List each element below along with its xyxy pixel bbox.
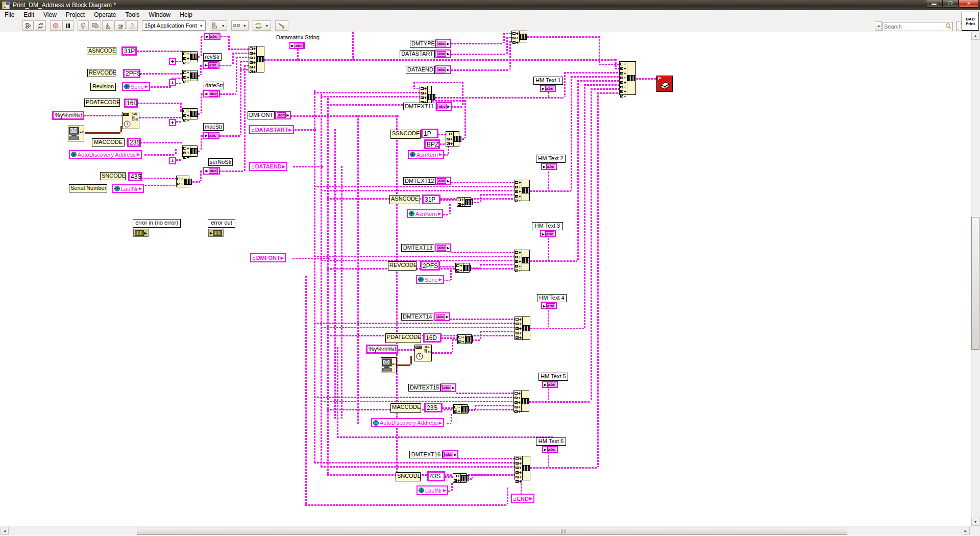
abort-button[interactable] xyxy=(50,20,61,31)
constant-16d[interactable]: 16D xyxy=(124,99,138,108)
local-variable-sernostr[interactable]: ▶abc xyxy=(203,167,220,175)
concatenate-strings-node-row13[interactable]: +++++ xyxy=(514,250,530,271)
menu-item-project[interactable]: Project xyxy=(61,11,89,19)
highlight-execution-button[interactable] xyxy=(78,20,89,31)
error-in-terminal[interactable]: ▶ xyxy=(133,229,149,237)
local-variable-datamatrix-string[interactable]: ▶abc xyxy=(289,42,305,49)
control-terminal-dmtext13[interactable]: abc▶ xyxy=(435,243,451,252)
control-terminal-dataend[interactable]: abc▶ xyxy=(435,65,451,74)
local-variable-macstr[interactable]: ▶abc xyxy=(203,132,219,139)
step-out-button[interactable] xyxy=(127,20,138,31)
step-over-button[interactable] xyxy=(114,20,126,31)
maximize-button[interactable]: ❐ xyxy=(942,0,959,8)
concatenate-strings-node[interactable]: +++ xyxy=(182,108,198,119)
menu-item-tools[interactable]: Tools xyxy=(121,11,144,19)
local-variable-hm-text-3[interactable]: ▶abc xyxy=(540,230,556,237)
concatenate-strings-node-row12[interactable]: +++++ xyxy=(514,180,530,201)
concatenate-strings-node[interactable]: ++ xyxy=(453,404,468,414)
vi-icon-pane[interactable]: BAD Print xyxy=(962,12,979,31)
search-collapse-button[interactable]: ◂ xyxy=(875,21,882,31)
concatenate-strings-node[interactable]: +++ xyxy=(182,145,198,157)
local-variable-datestr[interactable]: ▶abc xyxy=(203,90,220,98)
control-terminal-dmtext14[interactable]: abc▶ xyxy=(434,312,450,321)
scroll-left-button[interactable]: ◄ xyxy=(1,527,9,535)
format-datetime-string-node[interactable]: 8%3 JAN0112:01 xyxy=(122,112,139,129)
global-autodiscovery[interactable]: AutoDiscovery Address xyxy=(371,418,444,427)
run-button[interactable] xyxy=(22,20,34,31)
vertical-scroll-thumb[interactable] xyxy=(971,217,979,350)
global-asnkern[interactable]: AsnKern xyxy=(407,209,443,218)
reorder-objects-button[interactable]: ▼ xyxy=(253,20,271,31)
local-variable-revstr[interactable]: ▶abc xyxy=(203,61,219,69)
close-button[interactable]: ✕ xyxy=(959,0,979,8)
get-datetime-node[interactable]: ▸= xyxy=(381,357,397,373)
menu-item-window[interactable]: Window xyxy=(144,11,176,19)
format-datetime-string-node[interactable]: 8%3 JAN0112:01 xyxy=(414,345,432,361)
local-variable-hm-text-6[interactable]: ▶abc xyxy=(542,446,558,453)
run-continuous-button[interactable] xyxy=(35,20,46,31)
clean-up-diagram-button[interactable] xyxy=(275,20,288,31)
constant-31p[interactable]: 31P xyxy=(121,46,137,56)
control-terminal-datastart[interactable]: abc▶ xyxy=(435,50,451,58)
concatenate-strings-node-row15[interactable]: +++++ xyxy=(513,391,529,412)
control-terminal-dmtext12[interactable]: abc▶ xyxy=(435,177,451,185)
concatenate-strings-node[interactable]: +++ xyxy=(446,131,459,147)
scroll-right-button[interactable]: ► xyxy=(962,527,970,535)
concatenate-strings-node-row16[interactable]: ++++++ xyxy=(514,456,530,480)
menu-item-view[interactable]: View xyxy=(39,11,61,19)
block-diagram-canvas[interactable] xyxy=(0,32,971,526)
global-laufnr[interactable]: LaufNr xyxy=(416,485,448,495)
constant-bpz[interactable]: BPZ xyxy=(424,139,440,149)
distribute-objects-button[interactable]: ▼ xyxy=(231,20,249,31)
concatenate-strings-node-main[interactable]: ++++++ xyxy=(249,46,264,72)
concat-plus-node[interactable] xyxy=(169,157,176,164)
local-variable-end[interactable]: END xyxy=(511,494,534,503)
concatenate-strings-node[interactable]: ++ xyxy=(457,197,471,207)
error-out-terminal[interactable]: ▶ xyxy=(208,229,224,237)
constant-43s-row[interactable]: 43S xyxy=(427,471,445,481)
constant-date-format-row[interactable]: %y%m%d xyxy=(366,345,398,354)
constant-2pfs[interactable]: 2PFS xyxy=(123,69,140,78)
constant-31p-row[interactable]: 31P xyxy=(422,194,440,204)
local-variable-hm-text-4[interactable]: ▶abc xyxy=(541,302,557,309)
local-variable-hm-text-1[interactable]: ▶abc xyxy=(540,85,556,92)
menu-item-file[interactable]: File xyxy=(0,11,19,19)
control-terminal-dmfont[interactable]: abc▶ xyxy=(275,111,291,119)
concat-plus-node[interactable] xyxy=(169,58,176,65)
concatenate-strings-node[interactable]: ++ xyxy=(455,263,470,273)
global-serie[interactable]: Serie xyxy=(122,82,150,91)
menu-item-edit[interactable]: Edit xyxy=(19,11,39,19)
local-variable-hm-text-5[interactable]: ▶abc xyxy=(542,381,558,388)
concatenate-strings-node[interactable]: +++ xyxy=(511,31,527,42)
control-terminal-dmtext15[interactable]: abc▶ xyxy=(440,383,456,392)
global-laufnr[interactable]: LaufNr xyxy=(112,184,144,193)
pause-button[interactable] xyxy=(62,20,74,31)
control-terminal-dmtext16[interactable]: abc▶ xyxy=(443,450,458,459)
minimize-button[interactable]: ▬ xyxy=(926,0,942,8)
step-into-button[interactable] xyxy=(102,20,113,31)
print-subvi[interactable]: P xyxy=(656,76,673,92)
local-variable-datastart[interactable]: DATASTART xyxy=(249,125,294,134)
constant-date-format[interactable]: %y%m%d xyxy=(52,111,84,120)
get-datetime-node[interactable]: ▸= xyxy=(68,126,84,141)
local-variable-hm-text-2[interactable]: ▶abc xyxy=(541,163,557,170)
concat-plus-node[interactable] xyxy=(169,119,176,126)
constant-23s-row[interactable]: 23S xyxy=(424,403,443,412)
align-objects-button[interactable]: ▼ xyxy=(210,20,227,31)
local-variable-dataend[interactable]: DATAEND xyxy=(249,162,287,171)
concatenate-strings-node[interactable]: +++ xyxy=(182,51,198,62)
constant-1p[interactable]: 1P xyxy=(421,129,438,138)
scroll-up-button[interactable]: ▲ xyxy=(971,32,979,40)
search-input[interactable] xyxy=(882,22,953,31)
font-selector[interactable]: 15pt Application Font ▼ xyxy=(142,20,206,31)
constant-16d-row[interactable]: 16D xyxy=(423,333,442,343)
concat-plus-node[interactable] xyxy=(169,79,176,86)
control-terminal-dmtype[interactable]: abc▶ xyxy=(435,39,451,48)
global-autodiscovery[interactable]: AutoDiscovery Address xyxy=(69,150,142,159)
concatenate-strings-node-row14[interactable]: +++++ xyxy=(514,316,530,340)
concatenate-strings-node[interactable]: ++ xyxy=(453,473,467,483)
constant-43s[interactable]: 43S xyxy=(128,172,142,181)
control-terminal-dmtext11[interactable]: abc▶ xyxy=(436,102,452,111)
horizontal-scroll-thumb[interactable] xyxy=(137,527,847,535)
concatenate-strings-node[interactable]: ++ xyxy=(457,334,472,344)
